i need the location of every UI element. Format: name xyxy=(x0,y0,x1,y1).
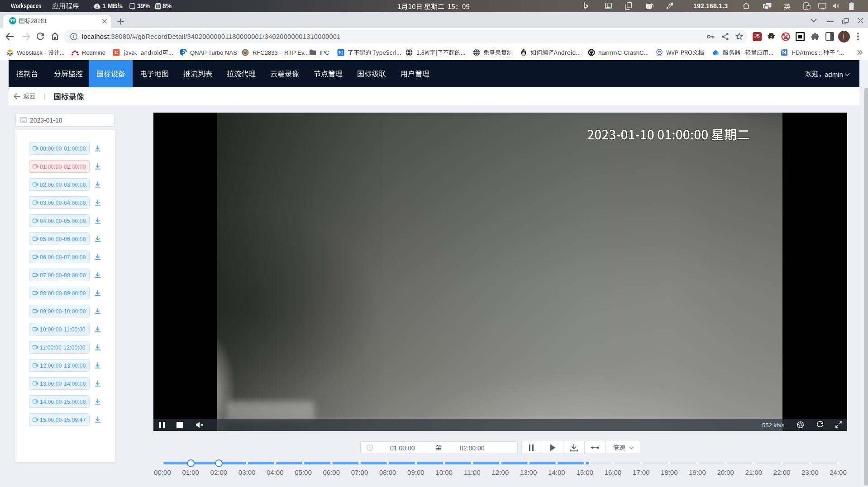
svg-text:C: C xyxy=(114,50,118,55)
svg-text:WVP-PRO: WVP-PRO xyxy=(657,55,662,57)
